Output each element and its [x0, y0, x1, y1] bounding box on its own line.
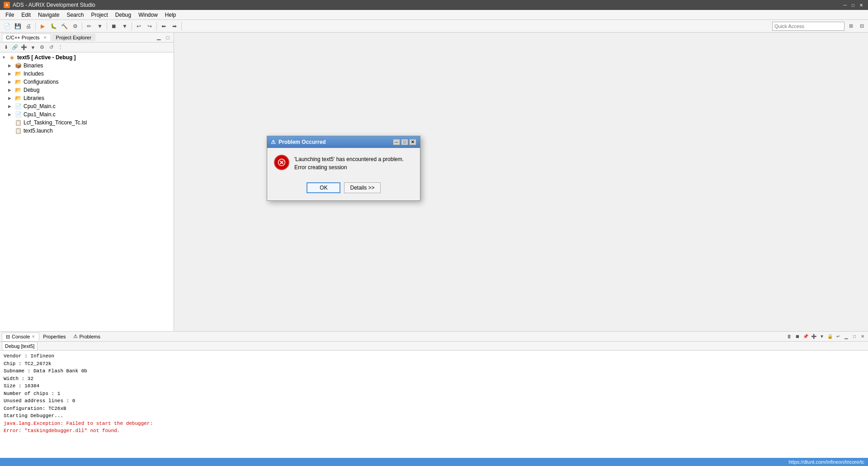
toolbar-btn-9[interactable]: ↪	[145, 21, 155, 31]
maximize-button[interactable]: □	[850, 2, 856, 8]
dialog-minimize-button[interactable]: ─	[393, 139, 400, 145]
toolbar-btn-6[interactable]: ⏹	[109, 21, 119, 31]
svg-line-1	[280, 161, 283, 164]
close-button[interactable]: ✕	[858, 2, 864, 8]
new-button[interactable]: 📄	[2, 21, 12, 31]
tree-item-lcf[interactable]: 📋 Lcf_Tasking_Tricore_Tc.lsl	[0, 119, 174, 127]
cpp-projects-tab-close[interactable]: ✕	[43, 35, 47, 40]
project-icon: ◈	[8, 54, 15, 61]
menu-project[interactable]: Project	[87, 11, 111, 19]
console-clear-button[interactable]: 🗑	[786, 333, 793, 340]
toolbar-btn-5[interactable]: ▼	[95, 21, 105, 31]
bottom-tab-console[interactable]: ⊟ Console ✕	[2, 333, 39, 341]
dialog-message-area: 'Launching text5' has encountered a prob…	[294, 155, 404, 171]
menu-edit[interactable]: Edit	[18, 11, 34, 19]
console-line-8: Configuration: TC26xB	[4, 405, 864, 413]
toolbar-btn-7[interactable]: ▼	[120, 21, 130, 31]
console-line-9: Starting Debugger...	[4, 412, 864, 420]
new-cpp-project-button[interactable]: ➕	[20, 43, 28, 52]
console-line-6: Number of chips : 1	[4, 390, 864, 398]
top-area: C/C++ Projects ✕ Project Explorer ▁ □ ⬇ …	[0, 33, 868, 331]
tree-item-binaries[interactable]: ▶ 📦 Binaries	[0, 62, 174, 70]
menu-help[interactable]: Help	[161, 11, 180, 19]
console-new-button[interactable]: ➕	[810, 333, 817, 340]
dialog-ok-button[interactable]: OK	[307, 182, 340, 193]
configurations-arrow: ▶	[8, 80, 14, 84]
menu-search[interactable]: Search	[63, 11, 87, 19]
main-layout: C/C++ Projects ✕ Project Explorer ▁ □ ⬇ …	[0, 33, 868, 466]
toolbar-btn-4[interactable]: ✏	[84, 21, 94, 31]
console-display-selected-button[interactable]: ▼	[818, 333, 826, 340]
toolbar-btn-11[interactable]: ➡	[170, 21, 179, 31]
sidebar-minimize-button[interactable]: ▁	[155, 33, 163, 42]
menu-debug[interactable]: Debug	[112, 11, 135, 19]
tree-item-libraries[interactable]: ▶ 📂 Libraries	[0, 94, 174, 102]
tree-item-includes[interactable]: ▶ 📂 Includes	[0, 70, 174, 78]
quick-access-input[interactable]	[772, 22, 844, 31]
toolbar-separator-3	[107, 22, 107, 30]
build-button[interactable]: 🔨	[59, 21, 69, 31]
console-header-bar: Debug [text5]	[0, 342, 868, 351]
tree-item-launch[interactable]: 📋 text5.launch	[0, 127, 174, 135]
sidebar-maximize-button[interactable]: □	[164, 33, 172, 42]
tree-item-cpu1-main[interactable]: ▶ 📄 Cpu1_Main.c	[0, 110, 174, 119]
bottom-tabs: ⊟ Console ✕ Properties ⚠ Problems 🗑 ⏹ 📌 …	[0, 332, 868, 342]
project-tree: ▼ ◈ text5 [ Active - Debug ] ▶ 📦 Binarie…	[0, 52, 174, 331]
link-editor-button[interactable]: 🔗	[11, 43, 19, 52]
bottom-tab-problems[interactable]: ⚠ Problems	[70, 333, 104, 340]
console-line-5: Size : 16384	[4, 382, 864, 390]
bottom-tab-properties[interactable]: Properties	[39, 333, 69, 340]
console-stop-button[interactable]: ⏹	[794, 333, 801, 340]
menu-navigate[interactable]: Navigate	[34, 11, 63, 19]
tree-root-label: text5 [ Active - Debug ]	[17, 54, 76, 61]
svg-point-0	[278, 159, 285, 166]
tree-item-cpu0-main[interactable]: ▶ 📄 Cpu0_Main.c	[0, 102, 174, 110]
sidebar-refresh-button[interactable]: ↺	[47, 43, 55, 52]
console-tab-close[interactable]: ✕	[32, 334, 35, 339]
console-debug-label: Debug [text5]	[2, 342, 38, 351]
sidebar-filter-button[interactable]: ▼	[29, 43, 37, 52]
sidebar-settings-button[interactable]: ⚙	[38, 43, 46, 52]
console-line-2: Chip : TC2_2672k	[4, 360, 864, 368]
dialog-content: 'Launching text5' has encountered a prob…	[267, 148, 420, 179]
includes-icon: 📂	[14, 70, 22, 77]
tree-root-text5[interactable]: ▼ ◈ text5 [ Active - Debug ]	[0, 53, 174, 62]
sidebar-tab-project-explorer[interactable]: Project Explorer	[52, 33, 95, 41]
debug-button[interactable]: 🐛	[48, 21, 58, 31]
sidebar-more-button[interactable]: ⋮	[56, 43, 64, 52]
sidebar-tab-cpp-projects[interactable]: C/C++ Projects ✕	[2, 33, 51, 41]
open-perspective-button[interactable]: ⊞	[846, 22, 855, 31]
tree-item-configurations[interactable]: ▶ 📂 Configurations	[0, 78, 174, 86]
menu-bar: File Edit Navigate Search Project Debug …	[0, 10, 868, 20]
tree-item-debug[interactable]: ▶ 📂 Debug	[0, 86, 174, 94]
toolbar-btn-3[interactable]: ⚙	[70, 21, 80, 31]
run-button[interactable]: ▶	[38, 21, 47, 31]
dialog-details-button[interactable]: Details >>	[344, 182, 380, 193]
status-bar: https://dlunt.com/infineon/tricore/tc	[0, 458, 868, 466]
print-button[interactable]: 🖨	[24, 21, 33, 31]
toolbar-btn-10[interactable]: ⬅	[159, 21, 169, 31]
console-maximize-button[interactable]: □	[851, 333, 858, 340]
minimize-button[interactable]: ─	[842, 2, 848, 8]
tree-item-binaries-label: Binaries	[24, 62, 43, 69]
toolbar-btn-8[interactable]: ↩	[134, 21, 144, 31]
dialog-close-button[interactable]: ✕	[409, 139, 416, 145]
tree-item-configurations-label: Configurations	[24, 79, 58, 85]
collapse-all-button[interactable]: ⬇	[2, 43, 10, 52]
console-minimize-button[interactable]: ▁	[843, 333, 850, 340]
console-scroll-lock-button[interactable]: 🔒	[826, 333, 834, 340]
menu-file[interactable]: File	[2, 11, 18, 19]
dialog-win-controls: ─ □ ✕	[393, 139, 416, 145]
title-text: ADS - AURIX Development Studio	[13, 2, 95, 8]
menu-window[interactable]: Window	[135, 11, 161, 19]
dialog-restore-button[interactable]: □	[401, 139, 408, 145]
main-toolbar: 📄 💾 🖨 ▶ 🐛 🔨 ⚙ ✏ ▼ ⏹ ▼ ↩ ↪ ⬅ ➡ ⊞ ⊟	[0, 20, 868, 33]
open-view-button[interactable]: ⊟	[857, 22, 866, 31]
launch-icon: 📋	[14, 127, 22, 134]
console-line-4: Width : 32	[4, 375, 864, 383]
console-pin-button[interactable]: 📌	[802, 333, 809, 340]
debug-arrow: ▶	[8, 88, 14, 92]
save-button[interactable]: 💾	[13, 21, 23, 31]
console-word-wrap-button[interactable]: ↵	[835, 333, 842, 340]
console-close-button[interactable]: ✕	[859, 333, 866, 340]
